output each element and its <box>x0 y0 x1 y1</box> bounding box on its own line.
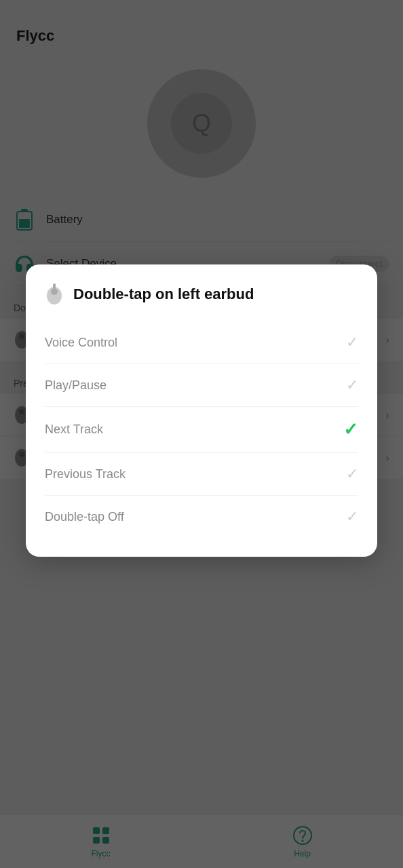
double-tap-off-check: ✓ <box>346 508 358 526</box>
svg-point-18 <box>51 288 58 295</box>
modal-options-list: Voice Control ✓ Play/Pause ✓ Next Track … <box>45 321 358 538</box>
double-tap-modal: Double-tap on left earbud Voice Control … <box>26 264 377 557</box>
option-play-pause[interactable]: Play/Pause ✓ <box>45 364 358 407</box>
modal-header: Double-tap on left earbud <box>45 283 358 305</box>
play-pause-check: ✓ <box>346 376 358 394</box>
option-next-track[interactable]: Next Track ✓ <box>45 407 358 453</box>
voice-control-label: Voice Control <box>45 336 117 350</box>
option-double-tap-off[interactable]: Double-tap Off ✓ <box>45 496 358 538</box>
modal-earbud-icon <box>45 283 64 305</box>
option-voice-control[interactable]: Voice Control ✓ <box>45 321 358 364</box>
svg-rect-19 <box>53 283 56 289</box>
double-tap-off-label: Double-tap Off <box>45 510 124 524</box>
previous-track-check: ✓ <box>346 465 358 483</box>
modal-title: Double-tap on left earbud <box>73 285 254 303</box>
previous-track-label: Previous Track <box>45 467 126 481</box>
voice-control-check: ✓ <box>346 334 358 351</box>
option-previous-track[interactable]: Previous Track ✓ <box>45 453 358 496</box>
play-pause-label: Play/Pause <box>45 378 107 393</box>
next-track-check: ✓ <box>343 419 358 440</box>
next-track-label: Next Track <box>45 422 103 437</box>
